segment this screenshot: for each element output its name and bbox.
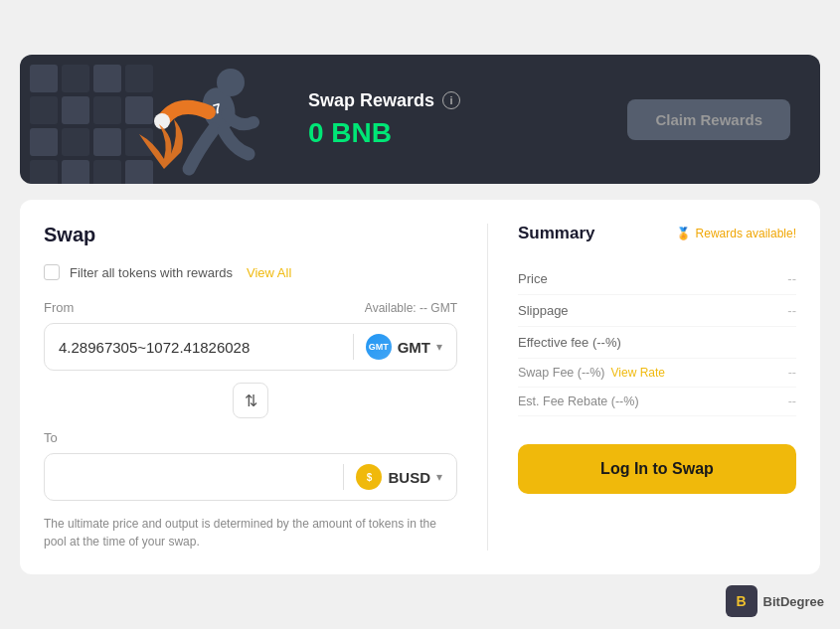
from-token-selector[interactable]: GMT GMT ▾ bbox=[353, 334, 442, 360]
swap-fee-label: Swap Fee (--%) View Rate bbox=[518, 366, 665, 380]
from-input-row: GMT GMT ▾ bbox=[44, 323, 457, 371]
slippage-row: Slippage -- bbox=[518, 295, 796, 327]
effective-fee-label: Effective fee (--%) bbox=[518, 335, 621, 350]
slippage-label: Slippage bbox=[518, 303, 569, 318]
est-rebate-value: -- bbox=[788, 394, 796, 408]
summary-panel: Summary 🏅 Rewards available! Price -- Sl… bbox=[488, 224, 796, 550]
rewards-available-badge: 🏅 Rewards available! bbox=[676, 227, 796, 240]
price-value: -- bbox=[787, 271, 796, 286]
info-icon[interactable]: i bbox=[442, 91, 460, 109]
view-all-link[interactable]: View All bbox=[247, 265, 291, 280]
disclaimer-text: The ultimate price and output is determi… bbox=[44, 515, 457, 550]
swap-title: Swap bbox=[44, 224, 457, 246]
bitdegree-text: BitDegree bbox=[763, 594, 824, 609]
from-label-row: From Available: -- GMT bbox=[44, 300, 457, 315]
main-card: Swap Filter all tokens with rewards View… bbox=[20, 200, 820, 574]
runner-figure: 7 bbox=[80, 55, 298, 184]
banner-title: Swap Rewards i bbox=[308, 90, 460, 111]
from-amount-input[interactable] bbox=[59, 339, 353, 356]
swap-direction-wrapper: ⇅ bbox=[44, 383, 457, 418]
from-label: From bbox=[44, 300, 74, 315]
banner-content: Swap Rewards i 0 BNB bbox=[308, 90, 460, 149]
summary-title: Summary bbox=[518, 224, 594, 243]
rewards-banner: 7 Swap Rewards i 0 BNB Claim Rewards bbox=[20, 55, 820, 184]
bitdegree-watermark: B BitDegree bbox=[726, 585, 824, 617]
est-rebate-row: Est. Fee Rebate (--%) -- bbox=[518, 388, 796, 416]
swap-panel: Swap Filter all tokens with rewards View… bbox=[44, 224, 488, 550]
busd-icon: $ bbox=[356, 464, 382, 490]
to-amount-input[interactable] bbox=[59, 469, 343, 486]
to-token-selector[interactable]: $ BUSD ▾ bbox=[343, 464, 442, 490]
from-token-chevron: ▾ bbox=[436, 340, 442, 354]
login-to-swap-button[interactable]: Log In to Swap bbox=[518, 444, 796, 494]
filter-label: Filter all tokens with rewards bbox=[70, 265, 233, 280]
slippage-value: -- bbox=[787, 303, 796, 318]
to-label-row: To bbox=[44, 430, 457, 445]
from-token-name: GMT bbox=[398, 339, 430, 356]
effective-fee-row: Effective fee (--%) bbox=[518, 327, 796, 359]
svg-point-2 bbox=[154, 113, 170, 129]
swap-fee-row: Swap Fee (--%) View Rate -- bbox=[518, 359, 796, 388]
to-token-chevron: ▾ bbox=[436, 470, 442, 484]
price-label: Price bbox=[518, 271, 548, 286]
est-rebate-label: Est. Fee Rebate (--%) bbox=[518, 394, 639, 408]
claim-rewards-button[interactable]: Claim Rewards bbox=[627, 99, 790, 140]
to-token-name: BUSD bbox=[388, 469, 430, 486]
filter-row: Filter all tokens with rewards View All bbox=[44, 264, 457, 280]
medal-icon: 🏅 bbox=[676, 227, 691, 240]
svg-point-1 bbox=[217, 69, 245, 96]
filter-checkbox[interactable] bbox=[44, 264, 60, 280]
view-rate-link[interactable]: View Rate bbox=[611, 366, 665, 380]
swap-direction-button[interactable]: ⇅ bbox=[233, 383, 268, 418]
to-input-row: $ BUSD ▾ bbox=[44, 453, 457, 501]
banner-amount: 0 BNB bbox=[308, 117, 392, 149]
price-row: Price -- bbox=[518, 263, 796, 295]
gmt-icon: GMT bbox=[366, 334, 392, 360]
swap-fee-value: -- bbox=[788, 366, 796, 380]
to-label: To bbox=[44, 430, 58, 445]
summary-title-row: Summary 🏅 Rewards available! bbox=[518, 224, 796, 243]
available-amount: Available: -- GMT bbox=[365, 301, 457, 315]
bitdegree-logo: B bbox=[726, 585, 757, 617]
